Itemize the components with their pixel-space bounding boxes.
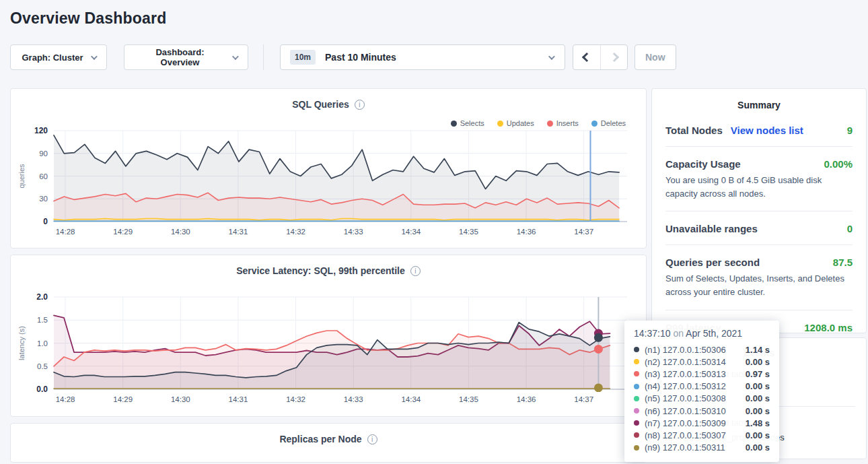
queries-per-second-label: Queries per second	[665, 257, 760, 268]
svg-text:14:30: 14:30	[171, 395, 190, 403]
time-nav-group	[573, 44, 628, 70]
chevron-left-icon	[582, 53, 591, 62]
node-address: (n5) 127.0.0.1:50308	[645, 393, 740, 403]
tooltip-node-row: (n2) 127.0.0.1:503140.00 s	[634, 356, 770, 368]
tooltip-node-row: (n8) 127.0.0.1:503070.00 s	[634, 429, 770, 441]
tooltip-node-row: (n9) 127.0.0.1:503110.00 s	[634, 442, 770, 454]
legend-dot-icon	[451, 121, 457, 127]
node-color-dot-icon	[634, 445, 639, 451]
summary-heading: Summary	[665, 89, 853, 113]
toolbar-divider	[263, 44, 264, 70]
page-title: Overview Dashboard	[10, 9, 868, 28]
node-address: (n2) 127.0.0.1:50314	[645, 357, 740, 367]
tooltip-node-row: (n1) 127.0.0.1:503061.14 s	[634, 343, 770, 356]
svg-text:14:34: 14:34	[401, 395, 421, 403]
replicas-per-node-chart-card: Replicas per Node i	[10, 423, 647, 463]
time-range-label: Past 10 Minutes	[325, 52, 396, 63]
total-nodes-label: Total Nodes	[665, 125, 723, 136]
svg-text:14:29: 14:29	[113, 228, 133, 236]
svg-text:queries: queries	[17, 164, 26, 189]
info-icon[interactable]: i	[367, 434, 377, 444]
legend-label: Inserts	[556, 119, 579, 127]
legend-dot-icon	[591, 121, 598, 127]
tooltip-node-row: (n4) 127.0.0.1:503120.00 s	[634, 380, 770, 393]
svg-text:0: 0	[43, 217, 48, 226]
view-nodes-list-link[interactable]: View nodes list	[731, 125, 803, 136]
tooltip-node-row: (n6) 127.0.0.1:503100.00 s	[634, 405, 770, 417]
node-latency-value: 1.48 s	[746, 418, 770, 428]
tooltip-node-list: (n1) 127.0.0.1:503061.14 s(n2) 127.0.0.1…	[634, 343, 770, 454]
svg-text:1.5: 1.5	[37, 316, 48, 324]
svg-text:14:29: 14:29	[113, 395, 133, 403]
queries-per-second-row: Queries per second 87.5	[665, 245, 853, 268]
tooltip-node-row: (n5) 127.0.0.1:503080.00 s	[634, 393, 770, 405]
unavailable-ranges-row: Unavailable ranges 0	[665, 211, 853, 234]
node-latency-value: 1.14 s	[746, 345, 770, 355]
chevron-right-icon	[609, 53, 618, 62]
capacity-usage-value: 0.00%	[824, 158, 853, 170]
node-address: (n3) 127.0.0.1:50313	[645, 369, 740, 379]
p99-latency-value: 1208.0 ms	[804, 322, 853, 333]
queries-per-second-description: Sum of Selects, Updates, Inserts, and De…	[665, 272, 853, 299]
time-prev-button[interactable]	[573, 45, 600, 69]
time-next-button[interactable]	[600, 45, 627, 69]
chart-hover-tooltip: 14:37:10 on Apr 5th, 2021 (n1) 127.0.0.1…	[624, 321, 779, 462]
node-address: (n4) 127.0.0.1:50312	[645, 381, 740, 391]
svg-text:14:32: 14:32	[286, 228, 305, 236]
svg-text:14:35: 14:35	[459, 228, 478, 236]
graph-dropdown[interactable]: Graph: Cluster	[10, 44, 107, 70]
info-icon[interactable]: i	[355, 100, 365, 110]
legend-dot-icon	[547, 121, 553, 127]
node-latency-value: 0.00 s	[746, 357, 770, 367]
node-color-dot-icon	[634, 420, 639, 426]
sql-queries-chart[interactable]: 030609012014:2814:2914:3014:3114:3214:33…	[11, 121, 646, 239]
time-range-badge: 10m	[290, 50, 316, 65]
now-button[interactable]: Now	[635, 44, 676, 70]
node-latency-value: 0.00 s	[746, 430, 770, 440]
node-latency-value: 0.97 s	[746, 369, 770, 379]
svg-text:14:32: 14:32	[286, 395, 305, 403]
chart-title-row: SQL Queries i	[11, 89, 646, 110]
total-nodes-value: 9	[847, 125, 853, 136]
svg-text:14:30: 14:30	[171, 228, 190, 236]
node-color-dot-icon	[634, 347, 639, 352]
total-nodes-row: Total Nodes View nodes list 9	[665, 113, 853, 136]
svg-text:14:28: 14:28	[56, 395, 75, 403]
legend-label: Updates	[507, 119, 534, 127]
svg-text:14:28: 14:28	[56, 228, 75, 236]
legend-item[interactable]: Updates	[497, 119, 534, 127]
service-latency-chart[interactable]: 0.00.51.01.52.014:2814:2914:3014:3114:32…	[11, 287, 646, 407]
node-latency-value: 0.00 s	[746, 406, 770, 416]
svg-text:14:33: 14:33	[344, 395, 363, 403]
legend-item[interactable]: Deletes	[591, 119, 626, 127]
charts-column: SQL Queries i SelectsUpdatesInsertsDelet…	[10, 88, 647, 464]
summary-panel: Summary Total Nodes View nodes list 9 Ca…	[651, 88, 867, 333]
legend-item[interactable]: Selects	[451, 119, 484, 127]
node-latency-value: 0.00 s	[746, 393, 770, 403]
svg-text:14:36: 14:36	[517, 395, 536, 403]
svg-text:14:37: 14:37	[574, 228, 593, 236]
tooltip-node-row: (n3) 127.0.0.1:503130.97 s	[634, 368, 770, 380]
chevron-down-icon	[232, 53, 239, 60]
node-address: (n1) 127.0.0.1:50306	[645, 345, 740, 355]
node-address: (n7) 127.0.0.1:50309	[645, 418, 740, 428]
chart-title: Replicas per Node	[279, 434, 361, 444]
info-icon[interactable]: i	[410, 266, 421, 276]
sql-queries-chart-card: SQL Queries i SelectsUpdatesInsertsDelet…	[10, 88, 647, 248]
capacity-usage-row: Capacity Usage 0.00%	[665, 147, 853, 170]
chart-title: Service Latency: SQL, 99th percentile	[236, 265, 405, 276]
legend-label: Selects	[460, 119, 484, 127]
chevron-down-icon	[90, 53, 97, 60]
node-address: (n8) 127.0.0.1:50307	[645, 430, 740, 440]
svg-text:120: 120	[34, 126, 48, 135]
legend-item[interactable]: Inserts	[547, 119, 579, 127]
unavailable-ranges-value: 0	[847, 223, 853, 234]
dashboard-dropdown[interactable]: Dashboard: Overview	[124, 44, 248, 70]
svg-text:0.0: 0.0	[36, 385, 48, 394]
tooltip-node-row: (n7) 127.0.0.1:503091.48 s	[634, 417, 770, 429]
svg-text:14:33: 14:33	[344, 228, 363, 236]
time-range-dropdown[interactable]: 10m Past 10 Minutes	[280, 44, 565, 70]
chart-legend: SelectsUpdatesInsertsDeletes	[451, 119, 626, 127]
node-latency-value: 0.00 s	[746, 442, 770, 453]
svg-text:14:34: 14:34	[401, 228, 421, 236]
